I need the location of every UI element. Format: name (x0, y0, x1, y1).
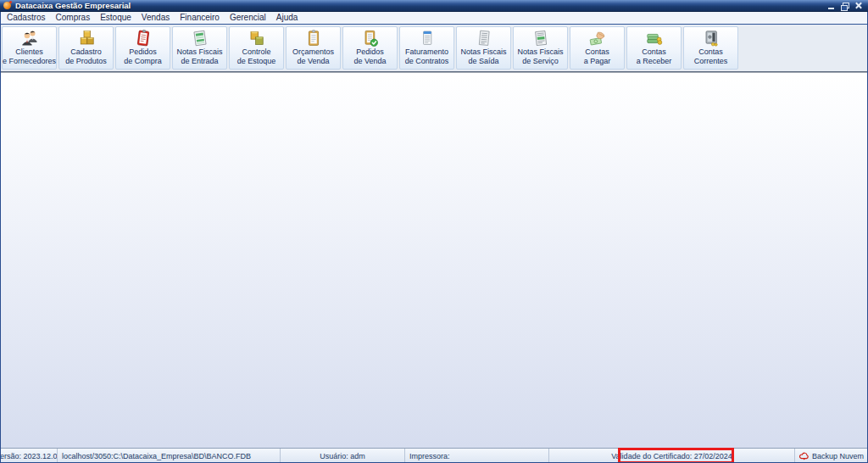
toolbar-button-label: a Pagar (584, 57, 611, 66)
toolbar-button-controle-estoque[interactable]: Controle de Estoque (229, 26, 284, 70)
minimize-icon[interactable] (828, 3, 834, 9)
toolbar-button-label: Cadastro (70, 47, 102, 57)
toolbar-button-label: e Fornecedores (3, 57, 56, 66)
toolbar-button-label: Pedidos (129, 47, 157, 57)
toolbar-button-pedidos-venda[interactable]: Pedidos de Venda (342, 26, 398, 70)
toolbar-button-label: de Entrada (181, 57, 218, 66)
status-user: Usuário: adm (281, 449, 405, 463)
toolbar-button-label: Contas (698, 47, 723, 57)
clients-suppliers-icon (20, 29, 39, 47)
purchase-order-clipboard-icon (134, 29, 153, 47)
toolbar-button-pedidos-compra[interactable]: Pedidos de Compra (115, 26, 170, 70)
stock-control-boxes-icon (248, 29, 266, 47)
outgoing-invoice-icon (475, 29, 493, 47)
status-certificate-validity: Validade do Certificado: 27/02/2024 (549, 449, 795, 463)
menubar: Cadastros Compras Estoque Vendas Finance… (0, 12, 868, 24)
status-backup-nuvem[interactable]: Backup Nuvem (795, 449, 868, 463)
toolbar-button-faturamento-contratos[interactable]: Faturamento de Contratos (399, 26, 454, 70)
toolbar-button-label: de Produtos (65, 57, 107, 66)
statusbar: Versão: 2023.12.01 localhost/3050:C:\Dat… (0, 448, 868, 463)
status-database-path: localhost/3050:C:\Datacaixa_Empresa\BD\B… (58, 449, 281, 463)
toolbar-button-label: Orçamentos (292, 47, 334, 57)
toolbar-button-label: de Compra (124, 57, 162, 66)
toolbar-button-notas-entrada[interactable]: Notas Fiscais de Entrada (172, 26, 227, 70)
toolbar-button-label: Faturamento (405, 47, 448, 57)
toolbar-button-cadastro-produtos[interactable]: Cadastro de Produtos (58, 26, 114, 70)
contract-billing-document-icon (418, 29, 437, 47)
menu-item-compras[interactable]: Compras (51, 12, 96, 24)
status-printer: Impressora: (405, 449, 549, 463)
incoming-invoice-icon (191, 29, 209, 47)
sales-quote-clipboard-icon (304, 29, 323, 47)
toolbar-button-label: de Saída (468, 57, 498, 66)
toolbar-button-label: de Contratos (405, 57, 449, 66)
toolbar: Clientes e Fornecedores Cadastro de Prod… (0, 24, 868, 72)
toolbar-button-label: de Serviço (522, 57, 559, 66)
toolbar-button-label: a Receber (637, 57, 672, 66)
service-invoice-icon (531, 29, 550, 47)
sales-order-check-icon (361, 29, 380, 47)
close-icon[interactable] (854, 2, 862, 9)
toolbar-button-notas-saida[interactable]: Notas Fiscais de Saída (456, 26, 511, 70)
toolbar-button-contas-pagar[interactable]: Contas a Pagar (570, 26, 625, 70)
toolbar-button-label: Contas (585, 47, 609, 57)
toolbar-button-label: de Estoque (237, 57, 276, 66)
toolbar-button-label: Pedidos (356, 47, 384, 57)
toolbar-button-label: Correntes (694, 57, 728, 66)
toolbar-button-clientes-fornecedores[interactable]: Clientes e Fornecedores (2, 26, 57, 70)
app-logo-icon (3, 2, 11, 9)
titlebar: Datacaixa Gestão Empresarial (0, 0, 868, 12)
menu-item-vendas[interactable]: Vendas (136, 12, 175, 24)
window-controls (828, 2, 865, 9)
toolbar-button-label: Notas Fiscais (517, 47, 563, 57)
receivables-money-coins-icon (645, 29, 664, 47)
toolbar-button-label: Controle (242, 47, 270, 57)
toolbar-button-label: de Venda (297, 57, 329, 66)
menu-item-financeiro[interactable]: Financeiro (175, 12, 225, 24)
toolbar-button-label: Clientes (15, 47, 43, 57)
menu-item-cadastros[interactable]: Cadastros (2, 12, 51, 24)
status-version: Versão: 2023.12.01 (0, 449, 58, 463)
toolbar-button-label: Notas Fiscais (460, 47, 506, 57)
backup-nuvem-label: Backup Nuvem (812, 452, 864, 460)
bank-safe-icon (702, 29, 721, 47)
restore-icon[interactable] (841, 3, 848, 9)
window-frame-left (0, 12, 1, 463)
products-boxes-icon (77, 29, 96, 47)
menu-item-ajuda[interactable]: Ajuda (271, 12, 303, 24)
menu-item-gerencial[interactable]: Gerencial (225, 12, 271, 24)
toolbar-button-contas-correntes[interactable]: Contas Correntes (683, 26, 738, 70)
toolbar-button-label: Notas Fiscais (176, 47, 222, 57)
toolbar-button-contas-receber[interactable]: Contas a Receber (626, 26, 682, 70)
menu-item-estoque[interactable]: Estoque (95, 12, 136, 24)
payables-hand-money-icon (588, 29, 607, 47)
toolbar-button-orcamentos-venda[interactable]: Orçamentos de Venda (286, 26, 341, 70)
toolbar-button-notas-servico[interactable]: Notas Fiscais de Serviço (513, 26, 568, 70)
client-area (0, 72, 868, 448)
window-title: Datacaixa Gestão Empresarial (15, 1, 131, 10)
toolbar-button-label: Contas (642, 47, 666, 57)
backup-cloud-icon (799, 452, 810, 460)
toolbar-button-label: de Venda (353, 57, 386, 66)
